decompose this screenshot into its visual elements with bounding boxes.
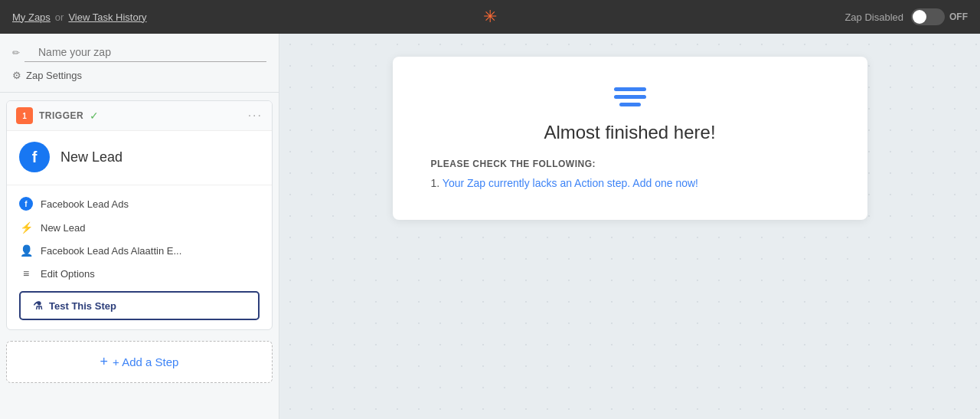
check-item-number: 1. — [431, 177, 440, 189]
zap-name-input[interactable] — [24, 43, 266, 62]
almost-finished-title: Almost finished here! — [431, 122, 829, 143]
fb-icon-small: f — [19, 197, 33, 211]
toggle-knob — [913, 10, 926, 24]
center-card: Almost finished here! PLEASE CHECK THE F… — [393, 57, 867, 220]
detail-row-event[interactable]: ⚡ New Lead — [7, 216, 272, 239]
test-step-button[interactable]: ⚗ Test This Step — [19, 291, 260, 320]
right-content: Almost finished here! PLEASE CHECK THE F… — [279, 34, 980, 419]
sidebar: ✏ ⚙ Zap Settings 1 TRIGGER ✓ ··· — [0, 34, 279, 419]
trigger-block: 1 TRIGGER ✓ ··· f New Lead f Facebook Le… — [6, 100, 273, 330]
trigger-label: TRIGGER — [39, 110, 83, 121]
zapier-logo-icon: ✳ — [483, 7, 497, 26]
toggle-off-label: OFF — [949, 11, 968, 22]
add-action-link[interactable]: Your Zap currently lacks an Action step.… — [443, 177, 698, 189]
nav-left: My Zaps or View Task History — [12, 11, 147, 23]
toggle-switch[interactable] — [911, 8, 945, 25]
check-section: PLEASE CHECK THE FOLLOWING: 1. Your Zap … — [431, 159, 829, 189]
zap-disabled-label: Zap Disabled — [844, 11, 903, 23]
trigger-number: 1 — [22, 112, 27, 120]
view-task-history-link[interactable]: View Task History — [68, 11, 146, 23]
gear-icon: ⚙ — [12, 70, 21, 81]
hamburger-icon — [431, 87, 829, 106]
zap-name-wrapper: ✏ — [12, 43, 266, 62]
test-step-label: Test This Step — [49, 300, 116, 312]
add-step-button[interactable]: + + Add a Step — [100, 354, 179, 370]
hamburger-line-1 — [614, 87, 646, 91]
hamburger-line-3 — [619, 103, 641, 106]
my-zaps-link[interactable]: My Zaps — [12, 11, 51, 23]
trigger-header: 1 TRIGGER ✓ ··· — [7, 101, 272, 131]
nav-center: ✳ — [483, 7, 497, 27]
trigger-check-icon: ✓ — [90, 110, 99, 122]
add-step-container[interactable]: + + Add a Step — [6, 341, 273, 383]
detail-row-account[interactable]: 👤 Facebook Lead Ads Alaattin E... — [7, 239, 272, 262]
zap-toggle[interactable]: OFF — [911, 8, 968, 25]
event-name-label: New Lead — [41, 222, 86, 234]
detail-row-app[interactable]: f Facebook Lead Ads — [7, 191, 272, 216]
top-navigation: My Zaps or View Task History ✳ Zap Disab… — [0, 0, 980, 34]
lightning-icon: ⚡ — [19, 221, 33, 234]
check-item: 1. Your Zap currently lacks an Action st… — [431, 177, 829, 189]
detail-row-edit-options[interactable]: ≡ Edit Options — [7, 262, 272, 285]
zap-settings-row[interactable]: ⚙ Zap Settings — [12, 62, 266, 83]
sidebar-top: ✏ ⚙ Zap Settings — [0, 34, 279, 93]
hamburger-line-2 — [614, 95, 646, 99]
new-lead-title: New Lead — [60, 149, 122, 165]
facebook-icon-large: f — [19, 142, 50, 172]
plus-icon: + — [100, 354, 109, 370]
nav-or: or — [55, 11, 64, 23]
account-name-label: Facebook Lead Ads Alaattin E... — [41, 245, 181, 257]
edit-options-label: Edit Options — [41, 268, 95, 280]
new-lead-main: f New Lead — [7, 131, 272, 185]
main-layout: ✏ ⚙ Zap Settings 1 TRIGGER ✓ ··· — [0, 34, 980, 419]
nav-right: Zap Disabled OFF — [844, 8, 968, 25]
trigger-header-left: 1 TRIGGER ✓ — [16, 107, 99, 124]
zap-settings-label: Zap Settings — [26, 70, 82, 81]
trigger-details: f Facebook Lead Ads ⚡ New Lead 👤 Faceboo… — [7, 185, 272, 291]
add-step-label: + Add a Step — [113, 355, 178, 368]
app-name-label: Facebook Lead Ads — [41, 198, 129, 210]
trigger-dots-menu[interactable]: ··· — [248, 109, 263, 123]
pencil-icon: ✏ — [12, 47, 20, 58]
person-icon: 👤 — [19, 244, 33, 257]
trigger-number-icon: 1 — [16, 107, 33, 124]
list-icon: ≡ — [19, 267, 33, 280]
check-label: PLEASE CHECK THE FOLLOWING: — [431, 159, 829, 169]
flask-icon: ⚗ — [33, 300, 43, 312]
